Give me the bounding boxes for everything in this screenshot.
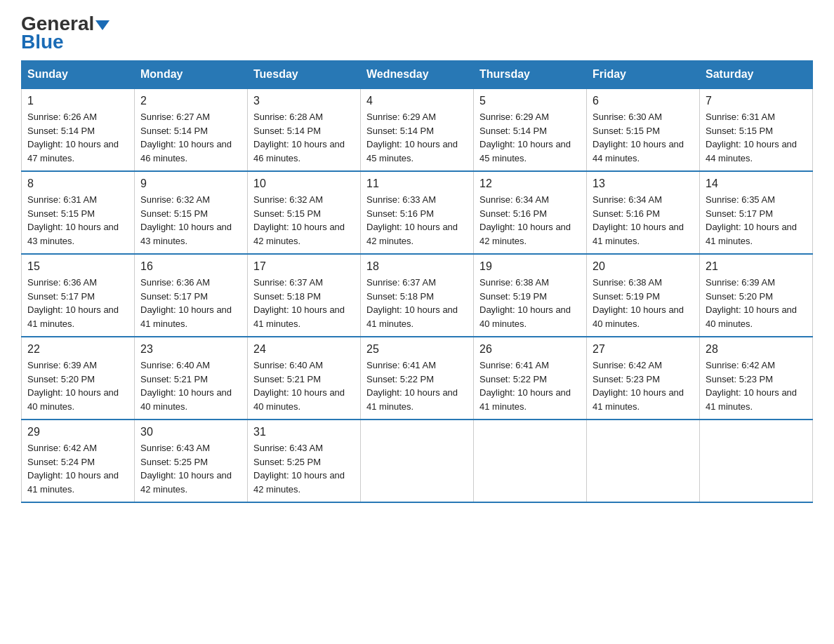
day-info: Sunrise: 6:41 AMSunset: 5:22 PMDaylight:… (366, 358, 468, 413)
day-info: Sunrise: 6:36 AMSunset: 5:17 PMDaylight:… (140, 276, 241, 330)
calendar-cell: 14Sunrise: 6:35 AMSunset: 5:17 PMDayligh… (700, 171, 813, 254)
header-friday: Friday (587, 61, 700, 89)
day-info: Sunrise: 6:29 AMSunset: 5:14 PMDaylight:… (479, 110, 581, 165)
day-info: Sunrise: 6:42 AMSunset: 5:23 PMDaylight:… (706, 358, 807, 413)
calendar-cell: 20Sunrise: 6:38 AMSunset: 5:19 PMDayligh… (587, 254, 700, 337)
day-info: Sunrise: 6:37 AMSunset: 5:18 PMDaylight:… (366, 276, 468, 330)
calendar-cell: 21Sunrise: 6:39 AMSunset: 5:20 PMDayligh… (700, 254, 813, 337)
header-tuesday: Tuesday (248, 61, 361, 89)
day-number: 1 (27, 95, 128, 107)
calendar-cell: 17Sunrise: 6:37 AMSunset: 5:18 PMDayligh… (248, 254, 361, 337)
day-number: 4 (366, 95, 468, 107)
day-number: 6 (593, 95, 694, 107)
header-monday: Monday (135, 61, 248, 89)
day-number: 27 (593, 343, 694, 356)
calendar-cell: 4Sunrise: 6:29 AMSunset: 5:14 PMDaylight… (361, 88, 474, 171)
day-info: Sunrise: 6:34 AMSunset: 5:16 PMDaylight:… (593, 193, 694, 248)
day-info: Sunrise: 6:32 AMSunset: 5:15 PMDaylight:… (253, 193, 355, 248)
calendar-cell: 8Sunrise: 6:31 AMSunset: 5:15 PMDaylight… (22, 171, 135, 254)
calendar-cell: 27Sunrise: 6:42 AMSunset: 5:23 PMDayligh… (587, 337, 700, 420)
day-number: 18 (366, 260, 468, 273)
week-row: 1Sunrise: 6:26 AMSunset: 5:14 PMDaylight… (22, 88, 813, 171)
day-info: Sunrise: 6:40 AMSunset: 5:21 PMDaylight:… (140, 358, 241, 413)
day-info: Sunrise: 6:42 AMSunset: 5:24 PMDaylight:… (27, 441, 128, 496)
day-info: Sunrise: 6:40 AMSunset: 5:21 PMDaylight:… (253, 358, 355, 413)
day-info: Sunrise: 6:36 AMSunset: 5:17 PMDaylight:… (27, 276, 128, 330)
calendar-cell: 23Sunrise: 6:40 AMSunset: 5:21 PMDayligh… (135, 337, 248, 420)
day-number: 26 (479, 343, 581, 356)
day-info: Sunrise: 6:28 AMSunset: 5:14 PMDaylight:… (253, 110, 355, 165)
day-info: Sunrise: 6:31 AMSunset: 5:15 PMDaylight:… (27, 193, 128, 248)
calendar-cell: 31Sunrise: 6:43 AMSunset: 5:25 PMDayligh… (248, 420, 361, 502)
day-info: Sunrise: 6:38 AMSunset: 5:19 PMDaylight:… (593, 276, 694, 330)
day-number: 11 (366, 177, 468, 190)
day-number: 25 (366, 343, 468, 356)
calendar-cell: 15Sunrise: 6:36 AMSunset: 5:17 PMDayligh… (22, 254, 135, 337)
day-number: 23 (140, 343, 241, 356)
calendar-cell (361, 420, 474, 502)
day-number: 5 (479, 95, 581, 107)
day-info: Sunrise: 6:39 AMSunset: 5:20 PMDaylight:… (27, 358, 128, 413)
calendar-cell: 26Sunrise: 6:41 AMSunset: 5:22 PMDayligh… (474, 337, 587, 420)
day-number: 22 (27, 343, 128, 356)
day-number: 13 (593, 177, 694, 190)
calendar-cell: 30Sunrise: 6:43 AMSunset: 5:25 PMDayligh… (135, 420, 248, 502)
day-number: 7 (706, 95, 807, 107)
calendar-cell: 2Sunrise: 6:27 AMSunset: 5:14 PMDaylight… (135, 88, 248, 171)
day-number: 24 (253, 343, 355, 356)
calendar-cell: 22Sunrise: 6:39 AMSunset: 5:20 PMDayligh… (22, 337, 135, 420)
day-number: 31 (253, 426, 355, 438)
calendar-cell: 11Sunrise: 6:33 AMSunset: 5:16 PMDayligh… (361, 171, 474, 254)
calendar-header: SundayMondayTuesdayWednesdayThursdayFrid… (22, 61, 813, 89)
calendar-cell: 19Sunrise: 6:38 AMSunset: 5:19 PMDayligh… (474, 254, 587, 337)
logo: General Blue (21, 14, 110, 53)
header-saturday: Saturday (700, 61, 813, 89)
calendar-cell: 3Sunrise: 6:28 AMSunset: 5:14 PMDaylight… (248, 88, 361, 171)
header-row: SundayMondayTuesdayWednesdayThursdayFrid… (22, 61, 813, 89)
calendar-cell: 9Sunrise: 6:32 AMSunset: 5:15 PMDaylight… (135, 171, 248, 254)
calendar-cell: 10Sunrise: 6:32 AMSunset: 5:15 PMDayligh… (248, 171, 361, 254)
day-info: Sunrise: 6:27 AMSunset: 5:14 PMDaylight:… (140, 110, 241, 165)
day-number: 15 (27, 260, 128, 273)
day-info: Sunrise: 6:29 AMSunset: 5:14 PMDaylight:… (366, 110, 468, 165)
day-info: Sunrise: 6:32 AMSunset: 5:15 PMDaylight:… (140, 193, 241, 248)
calendar-cell: 24Sunrise: 6:40 AMSunset: 5:21 PMDayligh… (248, 337, 361, 420)
day-info: Sunrise: 6:33 AMSunset: 5:16 PMDaylight:… (366, 193, 468, 248)
day-info: Sunrise: 6:41 AMSunset: 5:22 PMDaylight:… (479, 358, 581, 413)
day-info: Sunrise: 6:30 AMSunset: 5:15 PMDaylight:… (593, 110, 694, 165)
calendar-cell: 28Sunrise: 6:42 AMSunset: 5:23 PMDayligh… (700, 337, 813, 420)
calendar-cell: 6Sunrise: 6:30 AMSunset: 5:15 PMDaylight… (587, 88, 700, 171)
day-info: Sunrise: 6:38 AMSunset: 5:19 PMDaylight:… (479, 276, 581, 330)
calendar-table: SundayMondayTuesdayWednesdayThursdayFrid… (21, 60, 813, 503)
day-info: Sunrise: 6:37 AMSunset: 5:18 PMDaylight:… (253, 276, 355, 330)
calendar-cell (700, 420, 813, 502)
day-info: Sunrise: 6:35 AMSunset: 5:17 PMDaylight:… (706, 193, 807, 248)
calendar-cell: 18Sunrise: 6:37 AMSunset: 5:18 PMDayligh… (361, 254, 474, 337)
day-number: 8 (27, 177, 128, 190)
logo-blue: Blue (21, 31, 64, 53)
calendar-cell: 16Sunrise: 6:36 AMSunset: 5:17 PMDayligh… (135, 254, 248, 337)
day-info: Sunrise: 6:39 AMSunset: 5:20 PMDaylight:… (706, 276, 807, 330)
day-number: 16 (140, 260, 241, 273)
calendar-cell: 12Sunrise: 6:34 AMSunset: 5:16 PMDayligh… (474, 171, 587, 254)
day-info: Sunrise: 6:43 AMSunset: 5:25 PMDaylight:… (253, 441, 355, 496)
header-wednesday: Wednesday (361, 61, 474, 89)
week-row: 8Sunrise: 6:31 AMSunset: 5:15 PMDaylight… (22, 171, 813, 254)
day-info: Sunrise: 6:26 AMSunset: 5:14 PMDaylight:… (27, 110, 128, 165)
header-thursday: Thursday (474, 61, 587, 89)
calendar-cell: 13Sunrise: 6:34 AMSunset: 5:16 PMDayligh… (587, 171, 700, 254)
calendar-cell: 1Sunrise: 6:26 AMSunset: 5:14 PMDaylight… (22, 88, 135, 171)
calendar-cell (587, 420, 700, 502)
day-number: 28 (706, 343, 807, 356)
day-number: 14 (706, 177, 807, 190)
page-header: General Blue (21, 14, 813, 53)
day-number: 17 (253, 260, 355, 273)
day-number: 20 (593, 260, 694, 273)
day-number: 29 (27, 426, 128, 438)
week-row: 22Sunrise: 6:39 AMSunset: 5:20 PMDayligh… (22, 337, 813, 420)
day-info: Sunrise: 6:42 AMSunset: 5:23 PMDaylight:… (593, 358, 694, 413)
week-row: 29Sunrise: 6:42 AMSunset: 5:24 PMDayligh… (22, 420, 813, 502)
header-sunday: Sunday (22, 61, 135, 89)
calendar-cell: 7Sunrise: 6:31 AMSunset: 5:15 PMDaylight… (700, 88, 813, 171)
day-info: Sunrise: 6:43 AMSunset: 5:25 PMDaylight:… (140, 441, 241, 496)
